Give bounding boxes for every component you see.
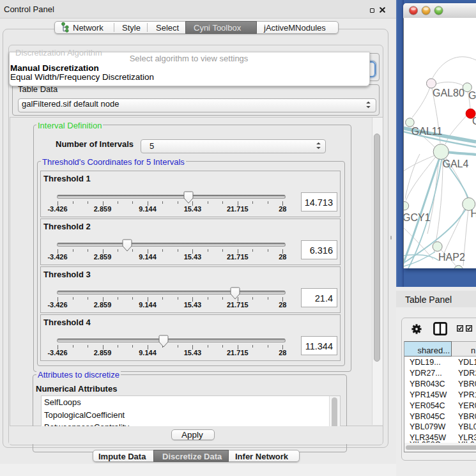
svg-text:GA: GA	[468, 90, 476, 101]
svg-text:GAL80: GAL80	[433, 88, 464, 98]
svg-text:H: H	[471, 208, 476, 219]
svg-text:GAL11: GAL11	[411, 126, 443, 137]
svg-text:GCY1: GCY1	[404, 212, 431, 223]
svg-text:C: C	[472, 116, 476, 127]
svg-text:GAL4: GAL4	[443, 158, 469, 169]
svg-text:HAP2: HAP2	[438, 252, 465, 263]
